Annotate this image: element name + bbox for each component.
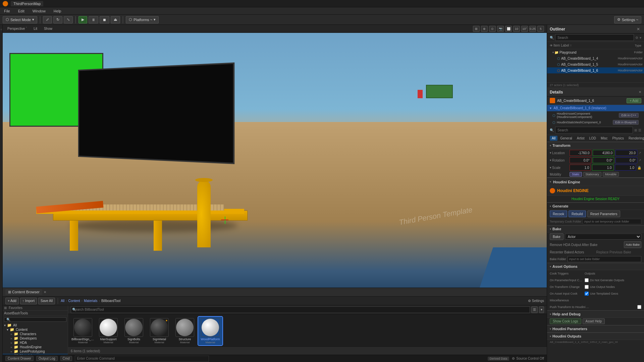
transform-mode-button[interactable]: ⤢ [43, 16, 52, 23]
3d-viewport[interactable]: Third Person Template [3, 33, 547, 288]
outliner-settings-icon[interactable]: ⚙ [635, 36, 638, 40]
component-static-mesh[interactable]: ⬡ HoudiniStaticMeshComponent_0 Edit in B… [547, 119, 644, 125]
rotation-x-input[interactable] [570, 157, 591, 163]
bake-folder-input[interactable] [568, 256, 641, 262]
menu-edit[interactable]: Edit [17, 8, 26, 14]
tab-lod[interactable]: LOD [587, 136, 598, 141]
menu-window[interactable]: Window [31, 8, 47, 14]
sidebar-handle[interactable]: ≡ [0, 29, 3, 31]
tree-search-input[interactable] [4, 317, 66, 322]
settings-button[interactable]: ⚙ Settings ~ [614, 16, 641, 23]
lit-button[interactable]: Lit [32, 26, 39, 31]
rotation-y-input[interactable] [593, 157, 614, 163]
play-button[interactable]: ▶ [78, 16, 87, 23]
use-templated-check[interactable] [585, 292, 589, 296]
recook-button[interactable]: Recook [550, 210, 567, 217]
tree-item-content[interactable]: ▾ 📁 Content [3, 327, 68, 332]
item-label-header[interactable]: 👁 Item Label ↑ [550, 44, 600, 47]
houdini-engine-header[interactable]: ▾ Houdini Engine [547, 177, 644, 186]
bake-button[interactable]: Bake [550, 233, 564, 240]
output-log-btn[interactable]: Output Log [36, 356, 57, 361]
outliner-close[interactable]: ✕ [635, 27, 641, 32]
asset-mansupport[interactable]: ManSupport Material [96, 317, 120, 345]
asset-woodplatform[interactable]: WoodPlatform Material [198, 317, 222, 345]
rebuild-button[interactable]: Rebuild [569, 210, 586, 217]
outliner-billboard-1-5[interactable]: ⬡ AB_CreateBillboard_1_5 HoudiniAssetAct… [547, 61, 644, 67]
asset-structure[interactable]: Structure Material [173, 317, 197, 345]
camera-speed-btn[interactable]: 📷 [497, 26, 504, 32]
reset-parameters-button[interactable]: Reset Parameters [587, 210, 621, 217]
add-component-button[interactable]: + Add [627, 98, 641, 103]
eject-button[interactable]: ⏏ [111, 16, 120, 23]
dropdown-icon-scale[interactable]: ▾ [550, 166, 551, 169]
houdini-outputs-header[interactable]: ▾ Houdini Outputs [547, 333, 644, 340]
snap-rotate-btn[interactable]: ⊕ [481, 26, 488, 32]
stop-button[interactable]: ⏹ [100, 16, 109, 23]
content-browser-close[interactable]: ✕ [44, 290, 46, 294]
outliner-billboard-1-6[interactable]: ⬡ AB_CreateBillboard_1_6 HoudiniAssetAct… [547, 67, 644, 73]
tree-item-levelprototyping[interactable]: ▸ 📁 LevelPrototyping [3, 349, 68, 354]
movable-btn[interactable]: Movable [603, 172, 619, 177]
grid-size-btn[interactable]: 10 [513, 26, 520, 32]
derived-data-badge[interactable]: Derived Data [488, 357, 509, 361]
tree-toggle-btn[interactable]: ⊞ [4, 306, 7, 310]
location-expand[interactable]: ↗ [639, 151, 641, 155]
location-x-input[interactable] [570, 150, 591, 156]
transform-section-header[interactable]: ▾ Transform [547, 142, 644, 149]
snap-translate-btn[interactable]: ⊞ [473, 26, 480, 32]
rotate-button[interactable]: ↻ [53, 16, 62, 23]
content-drawer-btn[interactable]: Content Drawer [5, 356, 34, 361]
tab-misc[interactable]: Misc [599, 136, 610, 141]
bake-type-dropdown[interactable]: Actor [565, 234, 641, 240]
breadcrumb-content[interactable]: Content [68, 299, 80, 303]
camera-fov-btn[interactable]: 5 [537, 26, 544, 32]
use-output-nodes-check[interactable] [585, 285, 589, 289]
scale-lock-icon[interactable]: 🔒 [637, 166, 641, 170]
asset-help-button[interactable]: Asset Help [583, 318, 605, 324]
speed-btn[interactable]: 0.25 [529, 26, 536, 32]
filter-btn[interactable]: ▾ [539, 306, 544, 313]
details-search-input[interactable] [555, 127, 633, 133]
asset-options-header[interactable]: ▾ Asset Options [547, 263, 644, 270]
cook-folder-input[interactable] [583, 219, 641, 224]
bake-section-header[interactable]: ▾ Bake [547, 225, 644, 233]
scale-button[interactable]: ⤡ [64, 16, 73, 23]
details-grid-icon[interactable]: ⊞ [634, 128, 637, 132]
snap-scale-btn[interactable]: ⊙ [489, 26, 496, 32]
tree-item-characters[interactable]: ▸ 📁 Characters [3, 332, 68, 336]
tab-general[interactable]: General [558, 136, 574, 141]
scale-y-input[interactable] [592, 165, 613, 171]
menu-help[interactable]: Help [52, 8, 63, 14]
content-browser-settings[interactable]: ⚙ Settings [528, 299, 544, 303]
console-input[interactable] [75, 356, 209, 362]
content-search-input[interactable] [71, 306, 530, 313]
houdini-params-header[interactable]: ▾ Houdini Parameters [547, 325, 644, 333]
outliner-filter-icon[interactable]: ▾ [640, 36, 641, 40]
scale-x-input[interactable] [570, 165, 591, 171]
tab-artist[interactable]: Artist [575, 136, 587, 141]
maximize-btn[interactable]: ⬜ [505, 26, 512, 32]
save-all-button[interactable]: Save All [38, 298, 55, 304]
tree-item-all[interactable]: ▾ 📁 All [3, 323, 68, 327]
tab-rendering[interactable]: Rendering [627, 136, 644, 141]
tree-item-houdiniengine[interactable]: ▸ 📁 HoudiniEngine [3, 345, 68, 349]
no-gen-outputs-check[interactable] [585, 278, 589, 282]
dropdown-icon-loc[interactable]: ▾ [550, 151, 551, 155]
tab-physics[interactable]: Physics [610, 136, 626, 141]
platforms-button[interactable]: ⬡ Platforms ~ ▾ [126, 16, 159, 23]
stationary-btn[interactable]: Stationary [583, 172, 602, 177]
menu-file[interactable]: File [3, 8, 11, 14]
source-control-status[interactable]: ⚙ Source Control Off [512, 357, 544, 360]
push-transform-check[interactable] [637, 305, 641, 309]
details-close[interactable]: ✕ [639, 90, 641, 94]
generate-header[interactable]: ▾ Generate [547, 202, 644, 210]
cmd-btn[interactable]: Cmd [60, 356, 72, 361]
outliner-billboard-1-4[interactable]: ⬡ AB_CreateBillboard_1_4 HoudiniAssetAct… [547, 55, 644, 61]
dropdown-icon-rot[interactable]: ▾ [550, 159, 551, 162]
edit-blueprint-button[interactable]: Edit in Blueprint [613, 120, 639, 125]
breadcrumb-all[interactable]: All [61, 299, 64, 303]
tab-all[interactable]: All [550, 136, 557, 141]
select-mode-button[interactable]: ⬡ Select Mode ▾ [3, 16, 37, 23]
outliner-search[interactable] [555, 34, 634, 41]
edit-cpp-button[interactable]: Edit in C++ [619, 113, 639, 118]
